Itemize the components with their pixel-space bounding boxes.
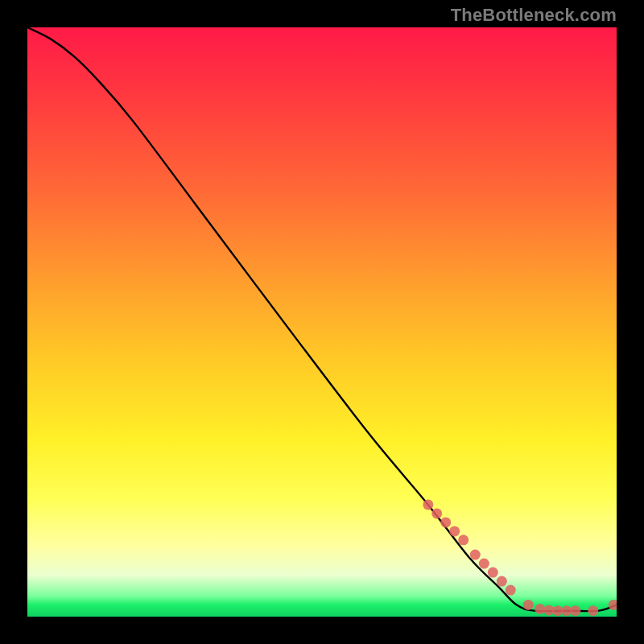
chart-frame: TheBottleneck.com <box>0 0 644 644</box>
highlight-dot <box>488 568 498 578</box>
highlight-dot <box>440 517 451 527</box>
plot-area <box>27 27 617 617</box>
highlight-dot <box>497 576 507 587</box>
highlight-dot <box>523 600 534 610</box>
highlight-dot <box>588 605 598 616</box>
watermark-text: TheBottleneck.com <box>451 5 617 26</box>
highlight-dot <box>431 508 442 518</box>
highlight-dot <box>535 604 545 614</box>
highlight-dot <box>552 605 563 616</box>
curve-layer <box>27 27 617 617</box>
highlight-dot <box>449 526 460 536</box>
highlight-dot <box>506 585 516 596</box>
highlight-dot <box>570 605 580 616</box>
highlight-dot <box>458 535 469 545</box>
highlight-dot <box>609 600 617 610</box>
trend-line <box>27 27 617 611</box>
highlight-dot <box>543 605 554 615</box>
highlight-dot <box>470 550 481 560</box>
highlight-dot <box>423 499 433 510</box>
highlight-dots <box>423 499 617 616</box>
highlight-dot <box>561 605 572 616</box>
highlight-dot <box>479 559 489 569</box>
